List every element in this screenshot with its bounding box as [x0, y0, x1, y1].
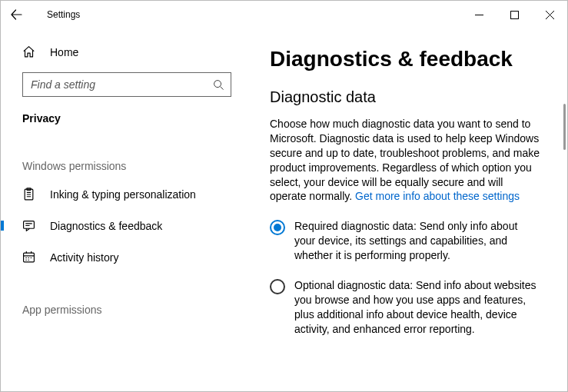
body: Home Privacy Windows permissions Inking … — [1, 28, 567, 391]
intro-link[interactable]: Get more info about these settings — [355, 190, 520, 202]
section-windows-permissions: Windows permissions — [1, 129, 247, 178]
minimize-icon — [475, 11, 483, 19]
section-heading: Diagnostic data — [270, 88, 540, 106]
search-wrap — [1, 66, 247, 101]
back-arrow-icon — [10, 8, 22, 21]
radio-label: Required diagnostic data: Send only info… — [285, 219, 540, 263]
intro-paragraph: Choose how much diagnostic data you want… — [270, 117, 540, 204]
titlebar: Settings — [1, 1, 567, 28]
scrollbar[interactable] — [563, 104, 566, 150]
close-button[interactable] — [532, 1, 567, 28]
radio-button[interactable] — [270, 279, 285, 294]
home-icon — [22, 45, 39, 58]
window-controls — [461, 1, 567, 28]
svg-rect-0 — [510, 11, 518, 18]
search-box[interactable] — [22, 72, 231, 97]
svg-rect-4 — [24, 221, 35, 229]
section-app-permissions: App permissions — [1, 273, 247, 322]
activity-history-icon — [22, 251, 39, 264]
search-input[interactable] — [29, 78, 212, 91]
radio-option-optional[interactable]: Optional diagnostic data: Send info abou… — [270, 278, 540, 337]
sidebar-item-activity-history[interactable]: Activity history — [1, 241, 247, 273]
clipboard-icon — [22, 188, 39, 201]
sidebar-item-label: Inking & typing personalization — [39, 188, 196, 201]
sidebar-item-label: Activity history — [39, 251, 118, 264]
feedback-icon — [22, 219, 39, 232]
content-scroll: Diagnostics & feedback Diagnostic data C… — [270, 44, 553, 391]
home-label: Home — [39, 46, 78, 58]
back-button[interactable] — [1, 1, 32, 28]
window-title: Settings — [32, 9, 80, 20]
minimize-button[interactable] — [461, 1, 497, 28]
svg-point-1 — [214, 80, 221, 87]
maximize-icon — [510, 11, 519, 19]
sidebar: Home Privacy Windows permissions Inking … — [1, 28, 247, 391]
radio-option-required[interactable]: Required diagnostic data: Send only info… — [270, 219, 540, 263]
sidebar-item-inking-typing[interactable]: Inking & typing personalization — [1, 178, 247, 210]
radio-label: Optional diagnostic data: Send info abou… — [285, 278, 540, 337]
home-nav[interactable]: Home — [1, 38, 247, 66]
radio-button[interactable] — [270, 220, 285, 235]
sidebar-item-label: Diagnostics & feedback — [39, 220, 162, 232]
content-area: Diagnostics & feedback Diagnostic data C… — [247, 28, 567, 391]
page-title: Diagnostics & feedback — [270, 47, 540, 71]
maximize-button[interactable] — [497, 1, 532, 28]
category-label: Privacy — [1, 101, 247, 129]
close-icon — [546, 11, 554, 19]
sidebar-item-diagnostics-feedback[interactable]: Diagnostics & feedback — [1, 210, 247, 241]
search-icon — [212, 78, 224, 91]
settings-window: Settings Home — [0, 0, 568, 392]
